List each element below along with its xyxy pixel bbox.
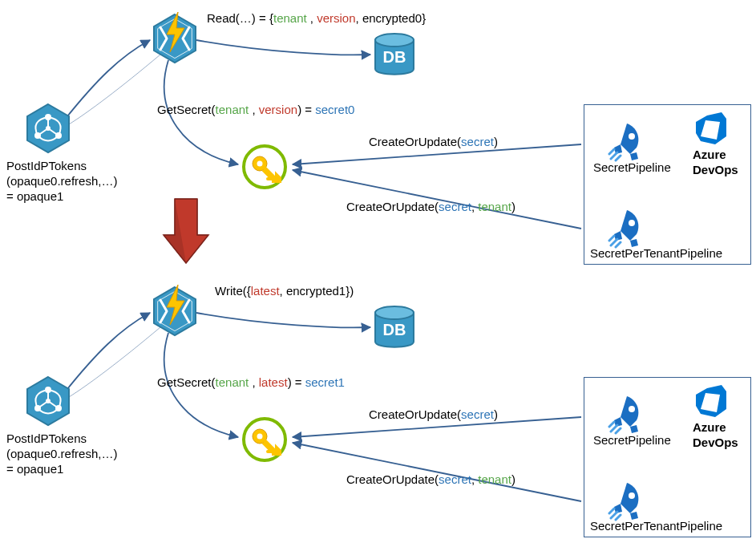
write-label-bot: Write({latest, encrypted1}) (215, 284, 354, 299)
connector-apim-fn-bot (64, 313, 150, 393)
keyvault-icon-top (244, 146, 285, 188)
connector-fn-db-bot (196, 313, 370, 327)
db-icon-top (375, 34, 414, 75)
secretpipeline-label-top: SecretPipeline (593, 160, 671, 176)
read-label-top: Read(…) = {tenant , version, encrypted0} (207, 11, 426, 26)
postidp-label-bot: PostIdPTokens (opaque0.refresh,…) = opaq… (6, 432, 117, 476)
connector-apim-fn-top (64, 40, 150, 120)
getsecret-label-top: GetSecret(tenant , version) = secret0 (157, 103, 354, 118)
connector-fn-db-top (196, 40, 370, 55)
keyvault-icon-bot (244, 419, 285, 460)
apim-icon-bot (27, 377, 69, 425)
apim-icon-top (27, 104, 69, 152)
createorupdate1-label-bot: CreateOrUpdate(secret) (369, 407, 498, 423)
createorupdate2-label-top: CreateOrUpdate(secret, tenant) (346, 200, 515, 215)
azure-devops-label-top: AzureDevOps (693, 148, 738, 178)
pipeline-box-top (584, 104, 751, 265)
secretpertenant-label-bot: SecretPerTenantPipeline (590, 519, 722, 534)
postidp-label-top: PostIdPTokens (opaque0.refresh,…) = opaq… (6, 159, 117, 204)
getsecret-label-bot: GetSecret(tenant , latest) = secret1 (157, 375, 345, 391)
azure-devops-label-bot: AzureDevOps (693, 420, 738, 451)
secretpertenant-label-top: SecretPerTenantPipeline (590, 246, 722, 261)
db-icon-bot (375, 306, 414, 347)
big-red-arrow (164, 199, 208, 263)
createorupdate1-label-top: CreateOrUpdate(secret) (369, 135, 498, 150)
secretpipeline-label-bot: SecretPipeline (593, 433, 671, 448)
pipeline-box-bot (584, 377, 751, 537)
createorupdate2-label-bot: CreateOrUpdate(secret, tenant) (346, 472, 515, 488)
